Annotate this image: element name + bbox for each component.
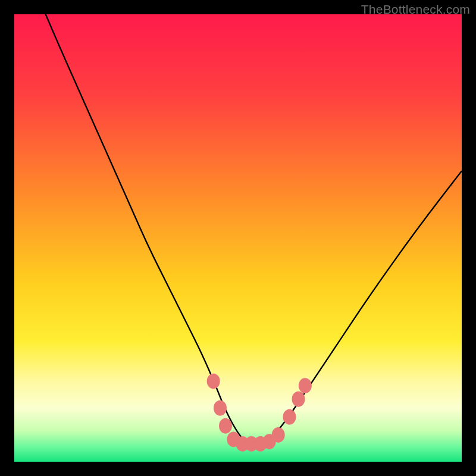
valley-marker [272, 427, 285, 443]
valley-marker [283, 409, 296, 425]
valley-marker [214, 400, 227, 416]
plot-area [14, 14, 462, 462]
chart-svg [14, 14, 462, 462]
gradient-background [14, 14, 462, 462]
valley-marker [299, 378, 312, 393]
valley-marker [219, 418, 232, 434]
chart-frame: TheBottleneck.com [0, 0, 476, 476]
valley-marker [207, 374, 220, 389]
valley-marker [292, 392, 305, 407]
